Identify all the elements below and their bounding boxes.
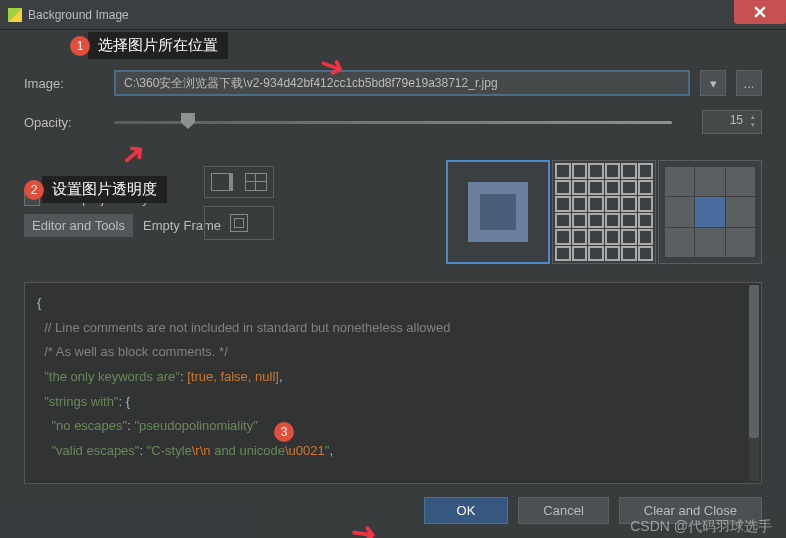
code-preview: { // Line comments are not included in s… — [24, 282, 762, 484]
slider-thumb[interactable] — [181, 113, 195, 129]
path-dropdown[interactable]: ▾ — [700, 70, 726, 96]
preview-tile[interactable] — [552, 160, 656, 264]
close-icon — [754, 6, 766, 18]
browse-button[interactable]: ... — [736, 70, 762, 96]
titlebar: Background Image — [0, 0, 786, 30]
placement-icons — [204, 166, 274, 240]
opacity-spinner[interactable]: ▴▾ — [747, 113, 759, 129]
image-path-input[interactable] — [114, 70, 690, 96]
slider-track — [114, 121, 672, 124]
cancel-button[interactable]: Cancel — [518, 497, 608, 524]
opacity-value-field[interactable]: 15 ▴▾ — [702, 110, 762, 134]
image-label: Image: — [24, 76, 104, 91]
tile-option-2[interactable] — [204, 206, 274, 240]
callout-num-3: 3 — [274, 422, 294, 442]
dialog-content: 1 选择图片所在位置 Image: ▾ ... Opacity: 15 ▴▾ 2… — [0, 30, 786, 538]
preview-row — [446, 160, 762, 264]
callout-2: 2 设置图片透明度 — [42, 176, 167, 203]
scrollbar-thumb[interactable] — [749, 285, 759, 438]
window-title: Background Image — [28, 8, 129, 22]
ok-button[interactable]: OK — [424, 497, 509, 524]
preview-plain[interactable] — [658, 160, 762, 264]
app-icon — [8, 8, 22, 22]
callout-num-1: 1 — [70, 36, 90, 56]
preview-scale[interactable] — [446, 160, 550, 264]
image-row: Image: ▾ ... — [24, 70, 762, 96]
tab-editor-tools[interactable]: Editor and Tools — [24, 214, 133, 237]
callout-1: 1 选择图片所在位置 — [88, 32, 228, 59]
close-button[interactable] — [734, 0, 786, 24]
tile-option-1[interactable] — [204, 166, 274, 198]
opacity-label: Opacity: — [24, 115, 104, 130]
opacity-row: Opacity: 15 ▴▾ — [24, 110, 762, 134]
watermark: CSDN @代码羽球选手 — [630, 518, 772, 536]
callout-num-2: 2 — [24, 180, 44, 200]
code-scrollbar[interactable] — [749, 285, 759, 481]
opacity-slider[interactable] — [114, 112, 672, 132]
